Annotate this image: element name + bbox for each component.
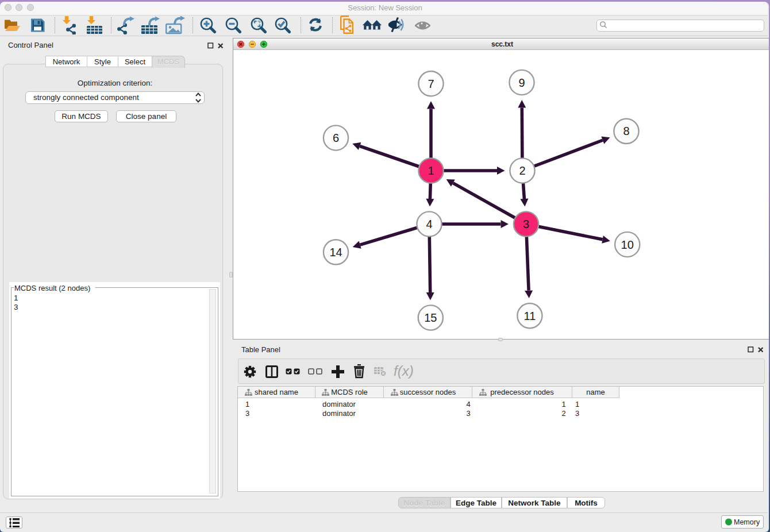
svg-text:7: 7 bbox=[428, 78, 434, 90]
svg-text:4: 4 bbox=[426, 218, 432, 230]
svg-text:2: 2 bbox=[519, 164, 525, 177]
svg-text:6: 6 bbox=[333, 132, 339, 144]
svg-text:15: 15 bbox=[424, 311, 437, 324]
svg-text:8: 8 bbox=[623, 125, 629, 137]
svg-text:11: 11 bbox=[524, 310, 536, 322]
svg-text:3: 3 bbox=[523, 218, 529, 230]
svg-text:1: 1 bbox=[428, 164, 434, 177]
svg-text:9: 9 bbox=[518, 76, 525, 89]
svg-text:10: 10 bbox=[621, 238, 634, 251]
svg-text:14: 14 bbox=[329, 246, 342, 259]
